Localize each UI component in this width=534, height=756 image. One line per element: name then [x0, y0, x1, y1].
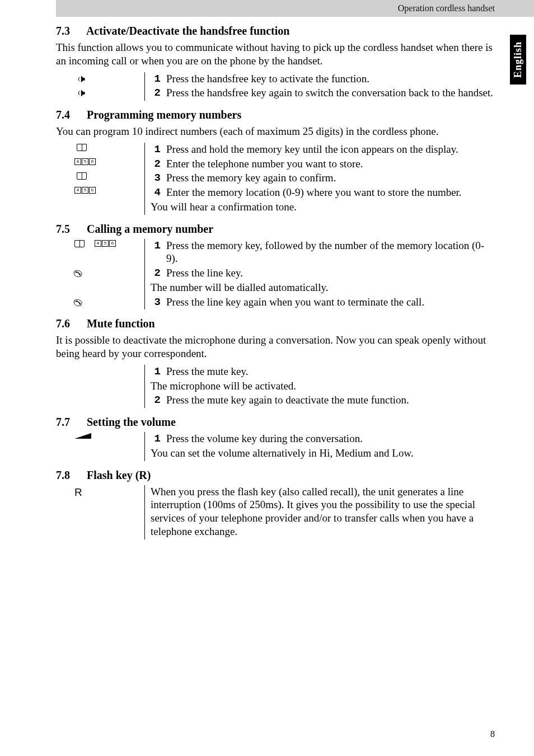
section-7-8-heading: 7.8 Flash key (R): [56, 469, 495, 482]
section-number: 7.4: [56, 109, 84, 121]
line-key-icon: [74, 297, 83, 309]
step-number: 2: [145, 157, 166, 170]
book-icon: [77, 172, 87, 180]
step-text: Enter the memory location (0-9) where yo…: [166, 186, 495, 200]
section-7-3-intro: This function allows you to communicate …: [56, 41, 495, 68]
step-number: 3: [145, 295, 166, 308]
section-7-6-intro: It is possible to deactivate the microph…: [56, 334, 495, 360]
section-7-4-heading: 7.4 Programming memory numbers: [56, 109, 495, 121]
chapter-header: Operation cordless handset: [56, 0, 534, 17]
section-7-4-intro: You can program 10 indirect numbers (eac…: [56, 125, 495, 138]
section-title: Flash key (R): [87, 469, 151, 481]
keypad-icon: 456: [95, 240, 116, 247]
step-text: Press the handsfree key again to switch …: [166, 86, 495, 101]
section-title: Setting the volume: [87, 416, 176, 428]
step-number: 2: [145, 393, 166, 406]
step-text: Press the memory key again to confirm.: [166, 171, 495, 186]
section-number: 7.3: [56, 25, 84, 37]
note-text: You will hear a confirmation tone.: [145, 200, 495, 215]
section-7-7-heading: 7.7 Setting the volume: [56, 416, 495, 429]
step-number: 1: [145, 432, 166, 445]
section-number: 7.7: [56, 416, 84, 429]
step-text: Press and hold the memory key until the …: [166, 143, 495, 157]
step-text: Press the line key.: [166, 266, 495, 281]
step-text: Press the handsfree key to activate the …: [166, 72, 495, 87]
step-text: Press the memory key, followed by the nu…: [166, 239, 495, 267]
step-number: 2: [145, 266, 166, 279]
line-key-icon: [74, 267, 83, 280]
book-icon: [77, 144, 87, 151]
section-7-3-heading: 7.3 Activate/Deactivate the handsfree fu…: [56, 25, 495, 37]
step-number: 4: [145, 186, 166, 199]
section-title: Mute function: [87, 317, 155, 330]
note-text: The number will be dialled automatically…: [145, 281, 495, 295]
step-text: Press the line key again when you want t…: [166, 295, 495, 310]
speaker-icon: [77, 73, 87, 85]
step-text: Press the mute key.: [166, 365, 495, 379]
flash-r-icon: R: [74, 486, 82, 499]
keypad-icon: 456: [74, 158, 96, 165]
step-text: Enter the telephone number you want to s…: [166, 157, 495, 172]
step-number: 1: [145, 239, 166, 252]
section-number: 7.5: [56, 223, 84, 236]
page-number: 8: [490, 729, 495, 739]
section-title: Activate/Deactivate the handsfree functi…: [86, 25, 289, 37]
book-icon: [74, 240, 85, 247]
note-text: You can set the volume alternatively in …: [145, 447, 495, 461]
section-title: Programming memory numbers: [87, 109, 241, 121]
step-number: 2: [145, 86, 166, 99]
step-number: 1: [145, 143, 166, 156]
section-7-5-heading: 7.5 Calling a memory number: [56, 223, 495, 236]
step-text: Press the volume key during the conversa…: [166, 432, 495, 447]
chapter-title: Operation cordless handset: [398, 3, 495, 13]
section-number: 7.6: [56, 317, 84, 330]
step-number: 1: [145, 365, 166, 378]
keypad-icon: 456: [74, 187, 96, 194]
volume-icon: [74, 433, 91, 439]
section-7-8-body: When you press the flash key (also calle…: [145, 485, 495, 539]
speaker-icon: [77, 87, 87, 99]
note-text: The microphone will be activated.: [145, 379, 495, 394]
step-number: 3: [145, 171, 166, 184]
section-7-6-heading: 7.6 Mute function: [56, 317, 495, 330]
section-title: Calling a memory number: [87, 223, 213, 235]
section-number: 7.8: [56, 469, 84, 482]
step-number: 1: [145, 72, 166, 85]
step-text: Press the mute key again to deactivate t…: [166, 393, 495, 408]
